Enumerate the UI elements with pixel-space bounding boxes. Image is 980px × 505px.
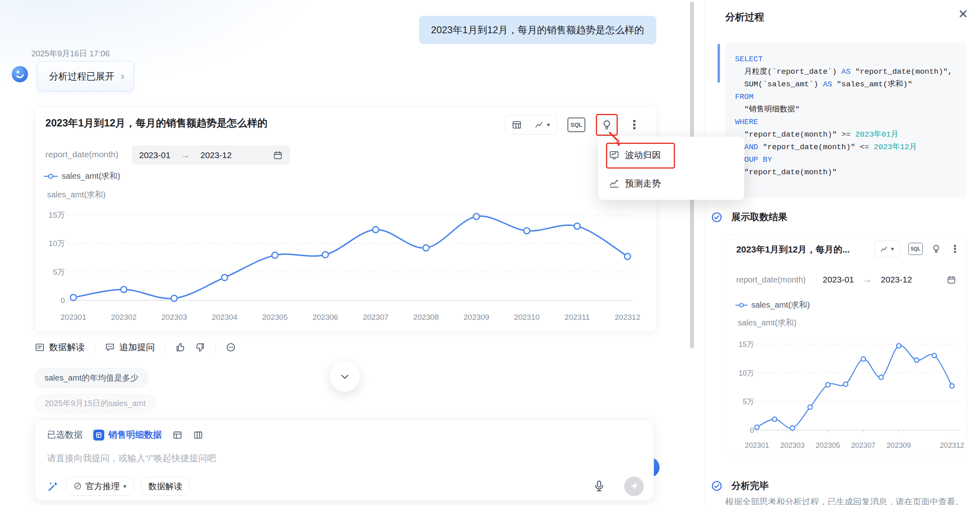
svg-text:202307: 202307 [363,313,388,321]
legend-label: sales_amt(求和) [62,171,120,182]
mini-sales-trend-chart: 05万10万15万2023012023032023052023072023092… [730,332,967,454]
lightbulb-icon[interactable] [931,244,941,254]
report-icon [34,342,45,353]
suggested-question-chip[interactable]: 2025年9月15日的sales_amt [34,394,156,413]
svg-text:10万: 10万 [49,239,65,248]
chevron-right-icon: › [121,70,125,83]
sql-view-button[interactable]: SQL [567,118,585,132]
model-label: 官方推理 [86,481,120,492]
thumbs-down-icon[interactable] [195,342,206,353]
date-range-picker[interactable]: 2023-01 → 2023-12 [132,146,290,165]
step-analysis-done: 分析完毕 [711,479,769,492]
menu-item-forecast-trend[interactable]: 预测走势 [598,171,744,197]
panel-scrollbar-thumb[interactable] [718,44,720,83]
scroll-to-bottom-button[interactable] [329,361,360,392]
selected-data-row: 已选数据 销售明细数据 [47,429,203,441]
user-message-bubble: 2023年1月到12月，每月的销售额趋势是怎么样的 [419,16,656,44]
date-to: 2023-12 [881,275,912,285]
chart-type-switcher: ▾ [505,115,557,135]
dataset-chip[interactable]: 销售明细数据 [93,429,162,441]
svg-text:0: 0 [60,296,65,305]
follow-up-button[interactable]: 追加提问 [105,341,155,353]
legend-item[interactable]: sales_amt(求和) [735,300,810,310]
line-chart-icon [880,245,889,253]
arrow-right-icon: → [181,150,190,160]
check-circle-icon [711,212,722,223]
svg-text:202307: 202307 [851,441,875,449]
svg-text:202303: 202303 [161,313,187,321]
composer-panel: 已选数据 销售明细数据 请直接向我提问，或输入“/”唤起快捷提问吧 [34,419,654,501]
line-chart-view-button[interactable]: ▾ [528,116,557,134]
table-relation-icon[interactable] [172,430,183,440]
legend-label: sales_amt(求和) [751,300,810,310]
menu-item-label: 预测走势 [625,178,661,190]
line-chart-icon [535,120,544,130]
selected-data-label: 已选数据 [47,429,83,441]
legend-marker-icon [735,303,748,308]
date-filter-label: report_date(month) [736,275,806,285]
suggested-question-chip[interactable]: sales_amt的年均值是多少 [34,368,148,388]
magic-wand-icon[interactable] [47,480,59,492]
analysis-toggle-label: 分析过程已展开 [49,70,114,83]
mini-chart-type-button[interactable]: ▾ [874,240,900,257]
svg-text:0: 0 [750,426,754,434]
calendar-icon [273,150,283,160]
mini-more-button[interactable]: ⋮ [950,244,960,254]
dataset-name: 销售明细数据 [108,429,162,441]
svg-text:202304: 202304 [212,313,238,321]
date-to: 2023-12 [200,150,232,160]
chevron-down-icon: ▾ [547,121,550,128]
chevron-down-icon [339,370,351,383]
result-chart-card: 2023年1月到12月，每月的销售额趋势是怎么样的 ▾ SQL [34,106,657,332]
legend-marker-icon [44,173,58,179]
trend-forecast-icon [609,178,619,189]
chart-card-title: 2023年1月到12月，每月的销售额趋势是怎么样的 [45,116,267,130]
more-emotions-icon[interactable] [226,342,236,353]
annotation-arrow [604,129,630,152]
svg-text:202306: 202306 [312,313,338,321]
step-show-result: 展示取数结果 [711,211,787,223]
svg-text:202301: 202301 [60,313,86,321]
svg-text:5万: 5万 [53,268,65,276]
y-axis-title: sales_amt(求和) [47,189,105,200]
svg-text:202310: 202310 [514,313,539,321]
calendar-icon [947,275,956,285]
divider [165,342,165,352]
mini-toolbar: ▾ SQL ⋮ [874,240,960,257]
chat-input[interactable]: 请直接向我提问，或输入“/”唤起快捷提问吧 [47,452,574,464]
model-select-button[interactable]: 官方推理 ▾ [66,477,134,496]
svg-text:202312: 202312 [615,313,640,321]
table-fields-icon[interactable] [193,430,203,440]
svg-text:202302: 202302 [111,313,136,321]
microphone-button[interactable] [593,479,606,492]
interpret-mode-button[interactable]: 数据解读 [141,477,190,496]
legend-item[interactable]: sales_amt(求和) [44,171,120,182]
svg-text:202305: 202305 [262,313,288,321]
user-message-text: 2023年1月到12月，每月的销售额趋势是怎么样的 [431,24,644,36]
sales-trend-chart: 05万10万15万2023012023022023032023042023052… [35,204,657,332]
chevron-down-icon: ▾ [891,245,894,252]
svg-text:15万: 15万 [49,211,65,219]
svg-text:15万: 15万 [739,340,754,349]
mini-date-filter[interactable]: report_date(month) 2023-01 → 2023-12 [736,274,956,285]
mini-sql-button[interactable]: SQL [908,243,923,255]
y-axis-title: sales_amt(求和) [738,317,796,328]
model-icon [73,482,82,490]
paper-plane-icon [630,482,638,491]
arrow-right-icon: → [863,274,872,285]
table-view-button[interactable] [505,116,528,134]
close-icon[interactable]: ✕ [958,8,968,20]
assistant-avatar [11,66,28,83]
step-label: 分析完毕 [731,479,769,492]
message-action-row: 数据解读 追加提问 [34,341,236,353]
thumbs-up-icon[interactable] [175,342,185,353]
chat-bubble-icon [105,342,115,353]
svg-text:202308: 202308 [413,313,439,321]
date-from: 2023-01 [823,275,854,285]
send-button[interactable] [624,477,644,496]
data-interpret-button[interactable]: 数据解读 [34,341,85,353]
divider [215,342,216,352]
analysis-process-toggle[interactable]: 分析过程已展开 › [37,61,134,92]
mini-result-card: 2023年1月到12月，每月的... ▾ SQL ⋮ report_date(m… [725,234,967,456]
svg-text:202303: 202303 [780,441,804,449]
